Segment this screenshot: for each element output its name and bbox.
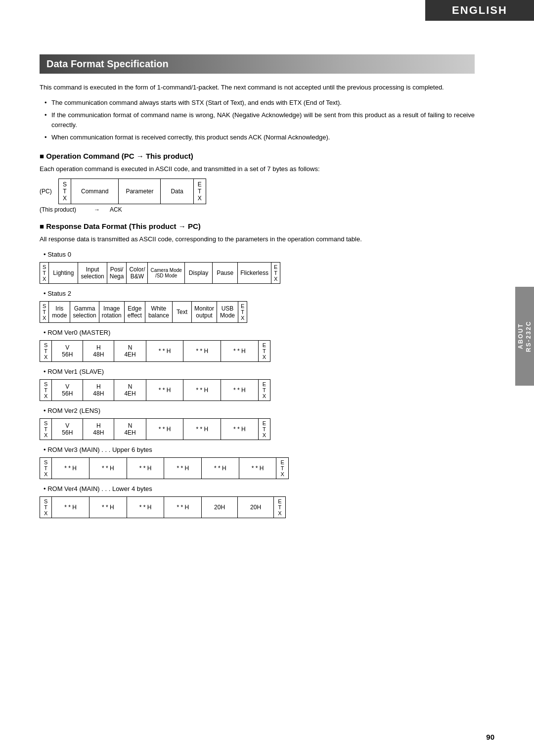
bullet-list: The communication command always starts … [40, 98, 475, 143]
status0-table-wrapper: S T X Lighting Inputselection Posi/Nega … [40, 262, 475, 284]
command-col: Command [71, 178, 119, 204]
op-command-text: Each operation command is executed in AS… [40, 164, 475, 175]
rom4-table-wrapper: S T X * * H * * H * * H * * H 20H 20H E … [40, 496, 475, 518]
bullet-item-1: The communication command always starts … [44, 98, 475, 108]
rom0-table: S T X V56H H48H N4EH * * H * * H * * H E… [40, 340, 270, 362]
side-tab-about: ABOUT [517, 323, 524, 350]
resp-heading: Response Data Format (This product → PC) [40, 222, 475, 230]
rom2-label: • ROM Ver2 (LENS) [44, 407, 475, 414]
bullet-item-2: If the communication format of command n… [44, 110, 475, 131]
english-banner: ENGLISH [425, 0, 534, 21]
intro-text: This command is executed in the form of … [40, 83, 475, 93]
data-col: Data [161, 178, 193, 204]
main-content: Data Format Specification This command i… [0, 0, 514, 550]
side-tab: ABOUT RS-232C [515, 287, 534, 386]
parameter-col: Parameter [119, 178, 161, 204]
rom1-label: • ROM Ver1 (SLAVE) [44, 368, 475, 375]
bullet-item-3: When communication format is received co… [44, 133, 475, 143]
side-tab-rs232c: RS-232C [525, 320, 532, 352]
rom1-table: S T X V56H H48H N4EH * * H * * H * * H E… [40, 379, 270, 401]
page-number: 90 [486, 733, 494, 741]
ack-label: ACK [110, 206, 122, 213]
status2-table: S T X Irismode Gammaselection Imagerotat… [40, 301, 247, 323]
pc-label: (PC) [40, 188, 54, 195]
rom4-table: S T X * * H * * H * * H * * H 20H 20H E … [40, 496, 286, 518]
resp-text: All response data is transmitted as ASCI… [40, 234, 475, 245]
op-command-table: STX Command Parameter Data ETX [58, 178, 206, 204]
rom2-table-wrapper: S T X V56H H48H N4EH * * H * * H * * H E… [40, 418, 475, 440]
rom3-label: • ROM Ver3 (MAIN) . . . Upper 6 bytes [44, 446, 475, 453]
rom0-label: • ROM Ver0 (MASTER) [44, 329, 475, 336]
rom4-label: • ROM Ver4 (MAIN) . . . Lower 4 bytes [44, 485, 475, 492]
rom0-table-wrapper: S T X V56H H48H N4EH * * H * * H * * H E… [40, 340, 475, 362]
rom1-table-wrapper: S T X V56H H48H N4EH * * H * * H * * H E… [40, 379, 475, 401]
op-command-table-wrapper: (PC) STX Command Parameter Data ETX [40, 178, 475, 204]
arrow-label: → [94, 206, 100, 213]
rom2-table: S T X V56H H48H N4EH * * H * * H * * H E… [40, 418, 270, 440]
status2-table-wrapper: S T X Irismode Gammaselection Imagerotat… [40, 301, 475, 323]
page-wrapper: ENGLISH ABOUT RS-232C Data Format Specif… [0, 0, 534, 756]
op-command-heading: Operation Command (PC → This product) [40, 152, 475, 160]
status0-table: S T X Lighting Inputselection Posi/Nega … [40, 262, 280, 284]
stx-col: STX [59, 178, 71, 204]
ack-line: (This product) → ACK [40, 206, 475, 213]
status2-label: • Status 2 [44, 290, 475, 297]
rom3-table: S T X * * H * * H * * H * * H * * H * * … [40, 457, 289, 479]
this-product-label: (This product) [40, 206, 84, 213]
rom3-table-wrapper: S T X * * H * * H * * H * * H * * H * * … [40, 457, 475, 479]
status0-label: • Status 0 [44, 251, 475, 258]
section-title: Data Format Specification [40, 54, 475, 74]
etx-col: ETX [193, 178, 206, 204]
